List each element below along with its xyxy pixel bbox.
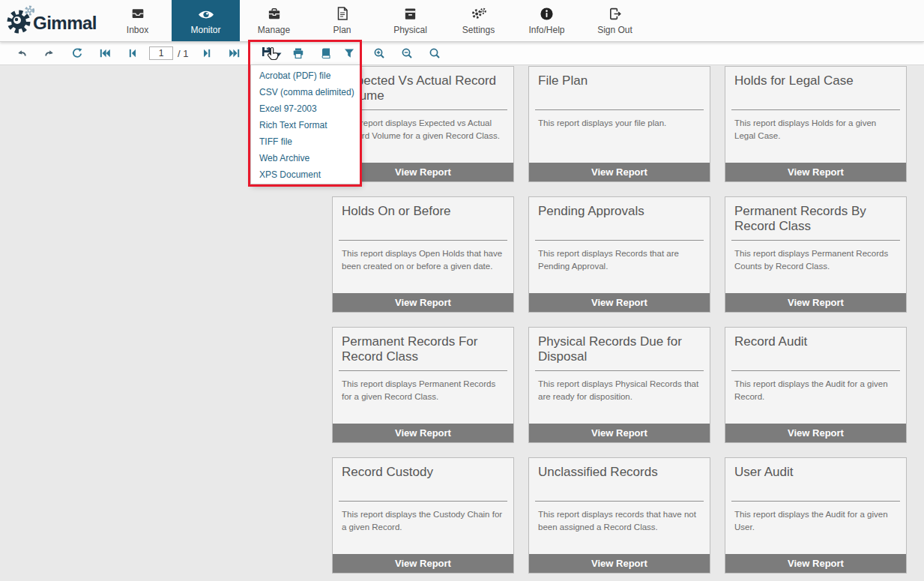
nav-item-info-help[interactable]: Info/Help <box>513 0 581 41</box>
report-card-description: This report displays the Audit for a giv… <box>725 371 906 403</box>
page-count-label: / 1 <box>178 48 193 59</box>
report-card-physical-due-disposal: Physical Records Due for Disposal This r… <box>528 327 710 443</box>
view-report-button[interactable]: View Report <box>333 293 513 312</box>
export-menu-item-excel[interactable]: Excel 97-2003 <box>251 100 360 117</box>
export-menu-item-csv[interactable]: CSV (comma delimited) <box>251 84 360 100</box>
report-card-description: This report displays the Custody Chain f… <box>333 502 513 533</box>
view-report-button[interactable]: View Report <box>529 424 710 442</box>
inbox-icon <box>130 6 145 21</box>
report-card-record-audit: Record Audit This report displays the Au… <box>725 327 907 443</box>
report-card-description: This report displays your file plan. <box>529 110 710 130</box>
box-icon <box>403 6 417 21</box>
last-page-button[interactable] <box>220 43 248 63</box>
report-card-holds-on-or-before: Holds On or Before This report displays … <box>332 196 514 313</box>
nav-label-sign-out: Sign Out <box>597 25 632 35</box>
export-caret-icon <box>275 46 282 60</box>
report-card-description: This report displays Permanent Records C… <box>725 241 906 272</box>
report-card-user-audit: User Audit This report displays the Audi… <box>725 457 907 574</box>
view-report-button[interactable]: View Report <box>529 554 710 573</box>
nav-item-inbox[interactable]: Inbox <box>103 0 172 41</box>
report-card-record-custody: Record Custody This report displays the … <box>332 457 514 574</box>
gears-icon <box>471 6 487 21</box>
nav-label-inbox: Inbox <box>127 25 148 35</box>
print-layout-button[interactable] <box>312 43 339 63</box>
filter-button[interactable] <box>339 43 359 63</box>
nav-label-info-help: Info/Help <box>528 25 564 35</box>
page-number-input[interactable] <box>149 46 173 60</box>
report-card-holds-legal-case: Holds for Legal Case This report display… <box>725 66 907 182</box>
view-report-button[interactable]: View Report <box>333 424 513 442</box>
report-card-permanent-by-record-class: Permanent Records By Record Class This r… <box>725 196 907 313</box>
sign-out-icon <box>608 6 623 21</box>
report-card-pending-approvals: Pending Approvals This report displays R… <box>528 196 710 313</box>
report-card-title: Physical Records Due for Disposal <box>529 328 710 364</box>
report-card-description: This report displays Holds for a given L… <box>725 110 906 142</box>
nav-label-monitor: Monitor <box>190 25 220 35</box>
report-card-title: Pending Approvals <box>529 197 710 234</box>
undo-button[interactable] <box>7 43 35 63</box>
zoom-out-button[interactable] <box>393 43 420 63</box>
report-card-unclassified-records: Unclassified Records This report display… <box>528 457 710 574</box>
export-menu-item-pdf[interactable]: Acrobat (PDF) file <box>251 67 360 84</box>
export-menu-item-tiff[interactable]: TIFF file <box>251 133 360 150</box>
report-card-title: Permanent Records For Record Class <box>333 328 513 364</box>
report-card-title: Record Audit <box>725 328 906 364</box>
view-report-button[interactable]: View Report <box>725 163 906 181</box>
nav-label-physical: Physical <box>393 25 427 35</box>
nav-label-info-help: Settings <box>462 25 495 35</box>
report-card-description: This report displays Open Holds that hav… <box>333 241 513 272</box>
report-card-description: This report displays Records that are Pe… <box>529 241 710 272</box>
document-icon <box>336 6 349 21</box>
report-card-title: Holds On or Before <box>333 197 513 234</box>
nav-item-manage[interactable]: Manage <box>240 0 308 41</box>
report-card-title: User Audit <box>725 458 906 495</box>
nav-label-plan: Plan <box>333 25 351 35</box>
report-card-title: Permanent Records By Record Class <box>725 197 906 234</box>
export-format-menu: Acrobat (PDF) file CSV (comma delimited)… <box>250 64 360 184</box>
nav-item-physical[interactable]: Physical <box>376 0 444 41</box>
nav-label-manage: Manage <box>258 25 290 35</box>
export-menu-item-web-archive[interactable]: Web Archive <box>251 150 360 166</box>
report-card-description: This report displays Physical Records th… <box>529 371 710 403</box>
report-card-permanent-for-record-class: Permanent Records For Record Class This … <box>332 327 514 443</box>
gimmal-logo[interactable]: Gimmal <box>0 0 103 41</box>
briefcase-icon <box>267 6 282 21</box>
view-report-button[interactable]: View Report <box>725 424 906 442</box>
nav-item-settings[interactable]: Settings <box>444 0 513 41</box>
next-page-button[interactable] <box>193 43 220 63</box>
report-card-file-plan: File Plan This report displays your file… <box>528 66 710 182</box>
view-report-button[interactable]: View Report <box>725 293 906 312</box>
info-icon <box>540 6 554 21</box>
report-card-title: File Plan <box>529 67 710 103</box>
eye-icon <box>198 6 214 21</box>
search-button[interactable] <box>420 43 448 63</box>
view-report-button[interactable]: View Report <box>529 293 710 312</box>
app-header: Gimmal Inbox Monitor Manage Plan <box>0 0 924 42</box>
report-card-description: This report displays records that have n… <box>529 502 710 533</box>
nav-item-plan[interactable]: Plan <box>308 0 376 41</box>
report-toolbar: / 1 <box>0 42 924 65</box>
prev-page-button[interactable] <box>118 43 146 63</box>
report-card-title: Unclassified Records <box>529 458 710 495</box>
view-report-button[interactable]: View Report <box>725 554 906 573</box>
export-menu-item-rtf[interactable]: Rich Text Format <box>251 117 360 133</box>
report-card-grid: Expected Vs Actual Record Volume This re… <box>332 66 907 574</box>
export-button[interactable] <box>259 43 284 63</box>
view-report-button[interactable]: View Report <box>333 554 513 573</box>
report-card-description: This report displays Permanent Records f… <box>333 371 513 403</box>
view-report-button[interactable]: View Report <box>529 163 710 181</box>
export-menu-item-xps[interactable]: XPS Document <box>251 166 360 183</box>
brand-name: Gimmal <box>33 13 97 34</box>
report-card-description: This report displays the Audit for a giv… <box>725 502 906 533</box>
nav-item-monitor[interactable]: Monitor <box>172 0 240 41</box>
refresh-button[interactable] <box>63 43 91 63</box>
main-nav: Inbox Monitor Manage Plan Physical <box>103 0 649 41</box>
first-page-button[interactable] <box>91 43 118 63</box>
nav-item-sign-out[interactable]: Sign Out <box>581 0 649 41</box>
redo-button[interactable] <box>35 43 63 63</box>
print-button[interactable] <box>284 43 312 63</box>
export-save-icon <box>261 46 273 61</box>
report-card-title: Holds for Legal Case <box>725 67 906 103</box>
report-card-title: Record Custody <box>333 458 513 495</box>
zoom-in-button[interactable] <box>365 43 393 63</box>
